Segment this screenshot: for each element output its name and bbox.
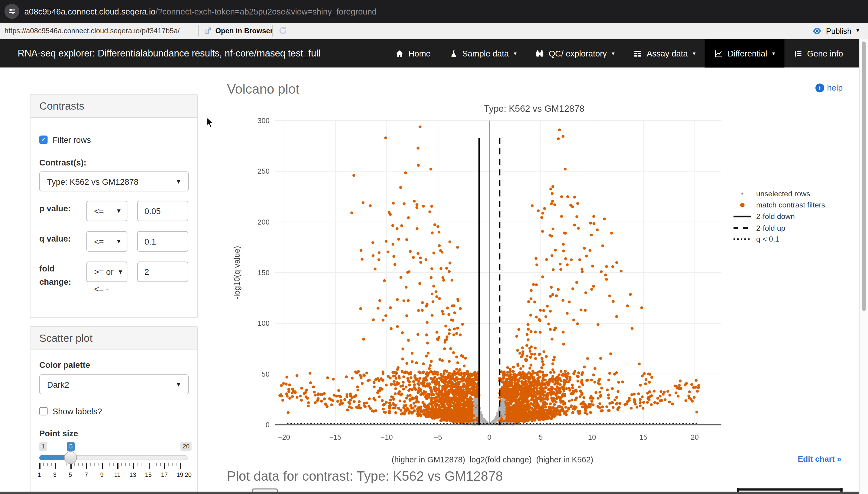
dashed-line-icon <box>734 227 751 229</box>
slider-tick-label: 15 <box>145 471 152 478</box>
chevron-down-icon: ▼ <box>117 269 124 275</box>
slider-tick-label: 19 <box>177 471 183 478</box>
show-labels-checkbox[interactable]: Show labels? <box>39 406 102 416</box>
nav-label: Home <box>409 49 431 58</box>
divider <box>272 25 273 36</box>
checkbox-unchecked-icon[interactable] <box>39 407 48 415</box>
plot-data-heading: Plot data for contrast: Type: K562 vs GM… <box>227 468 503 484</box>
nav-label: Assay data <box>647 49 688 58</box>
help-label: help <box>827 83 843 92</box>
contrast-select[interactable]: Type: K562 vs GM12878 ▼ <box>39 172 189 191</box>
filter-rows-label: Filter rows <box>53 135 91 144</box>
solid-line-icon <box>734 215 751 217</box>
chevron-down-icon: ▾ <box>612 51 614 56</box>
color-palette-value: Dark2 <box>40 380 69 389</box>
legend-item-match-filters: match contrast filters <box>734 199 825 211</box>
slider-handle[interactable] <box>64 452 77 464</box>
publish-label: Publish <box>826 26 851 35</box>
contrasts-panel-title: Contrasts <box>31 95 197 118</box>
fold-change-operator-value: >= or <box>87 267 114 277</box>
tune-icon <box>8 7 16 15</box>
browser-tab-bar: a08c9546a.connect.cloud.seqera.io/?conne… <box>0 0 868 23</box>
q-operator-value: <= <box>87 237 104 246</box>
info-icon: i <box>815 83 824 92</box>
slider-max-badge: 20 <box>180 442 192 451</box>
page-title: Volcano plot <box>227 81 300 97</box>
orange-dot-icon <box>734 203 751 207</box>
chevron-down-icon: ▾ <box>514 51 517 56</box>
fold-change-operator-select[interactable]: >= or ▼ <box>87 262 128 282</box>
checkbox-checked-icon[interactable]: ✓ <box>39 136 48 144</box>
slider-tick-label: 9 <box>100 471 103 478</box>
legend-label: q < 0.1 <box>756 235 779 243</box>
open-in-browser-label: Open in Browser <box>216 26 273 35</box>
legend-label: match contrast filters <box>756 201 825 209</box>
legend-label: 2-fold up <box>756 224 785 232</box>
refresh-icon <box>278 25 288 35</box>
legend-label: 2-fold down <box>756 212 795 221</box>
url-query: /?connect-exch-token=ab25pu2ose&view=shi… <box>155 7 377 16</box>
slider-tick-label: 20 <box>185 471 192 478</box>
color-palette-select[interactable]: Dark2 ▼ <box>39 375 189 394</box>
legend-item-2fold-up: 2-fold up <box>734 222 825 234</box>
contrast-select-value: Type: K562 vs GM12878 <box>40 177 139 186</box>
slider-value-badge: 5 <box>67 442 75 451</box>
q-value-input[interactable]: 0.1 <box>137 231 188 252</box>
slider-tick-label: 13 <box>129 471 136 478</box>
open-in-browser-button[interactable]: Open in Browser <box>204 23 273 39</box>
refresh-button[interactable] <box>278 25 288 37</box>
publish-logo-icon <box>812 26 822 36</box>
chevron-down-icon[interactable]: ▼ <box>855 28 860 33</box>
nav-item-differential[interactable]: Differential ▾ <box>705 39 784 67</box>
gray-dot-icon <box>734 193 751 195</box>
chart-line-icon <box>715 49 723 58</box>
app-title: RNA-seq explorer: Differentialabundance … <box>18 39 321 67</box>
scatter-plot-panel: Scatter plot Color palette Dark2 ▼ Show … <box>30 326 198 492</box>
nav-item-qc-exploratory[interactable]: QC/ exploratory ▾ <box>526 39 624 67</box>
nav-item-gene-info[interactable]: Gene info <box>784 39 852 67</box>
help-link[interactable]: i help <box>815 83 843 92</box>
chevron-down-icon: ▾ <box>693 51 695 56</box>
legend-label: unselected rows <box>756 190 810 198</box>
list-icon <box>794 49 802 58</box>
divider <box>198 25 199 36</box>
slider-min-badge: 1 <box>39 442 47 451</box>
publish-button[interactable]: Publish ▼ <box>812 23 860 39</box>
address-bar[interactable]: a08c9546a.connect.cloud.seqera.io/?conne… <box>24 0 377 23</box>
slider-tick-label: 11 <box>114 471 121 478</box>
p-operator-select[interactable]: <= ▼ <box>87 201 128 221</box>
chevron-down-icon: ▼ <box>176 381 182 387</box>
flask-icon <box>449 49 457 58</box>
q-operator-select[interactable]: <= ▼ <box>87 231 128 252</box>
home-icon <box>395 49 404 58</box>
point-size-label: Point size <box>39 429 78 438</box>
p-value-input[interactable]: 0.05 <box>137 201 188 221</box>
url-host: a08c9546a.connect.cloud.seqera.io <box>24 7 156 16</box>
filter-rows-checkbox[interactable]: ✓ Filter rows <box>39 135 91 144</box>
fold-change-label-line2: change: <box>39 277 71 287</box>
dotted-line-icon <box>734 239 751 240</box>
show-labels-label: Show labels? <box>53 406 102 416</box>
table-icon <box>633 49 642 58</box>
page-scrollbar[interactable] <box>859 39 868 494</box>
nav-menu: Home Sample data ▾ QC/ exploratory ▾ Ass… <box>386 39 852 67</box>
scatter-panel-title: Scatter plot <box>31 327 197 350</box>
legend-item-q-threshold: q < 0.1 <box>734 234 825 245</box>
scrollbar-thumb[interactable] <box>862 41 866 311</box>
nav-item-assay-data[interactable]: Assay data ▾ <box>624 39 705 67</box>
nav-label: Differential <box>728 49 767 58</box>
p-value-label: p value: <box>39 204 71 213</box>
mouse-cursor <box>206 117 214 128</box>
nav-item-home[interactable]: Home <box>386 39 440 67</box>
volcano-plot-canvas[interactable] <box>232 102 730 470</box>
fold-change-input[interactable]: 2 <box>137 262 188 282</box>
nav-label: QC/ exploratory <box>548 49 607 58</box>
window-controls-icon[interactable] <box>4 4 19 19</box>
slider-tick-label: 1 <box>37 471 41 478</box>
nav-label: Sample data <box>462 49 509 58</box>
slider-tick-label: 17 <box>161 471 168 478</box>
slider-major-ticks <box>39 463 189 469</box>
nav-item-sample-data[interactable]: Sample data ▾ <box>440 39 526 67</box>
edit-chart-link[interactable]: Edit chart » <box>798 455 842 463</box>
nav-label: Gene info <box>807 49 843 58</box>
